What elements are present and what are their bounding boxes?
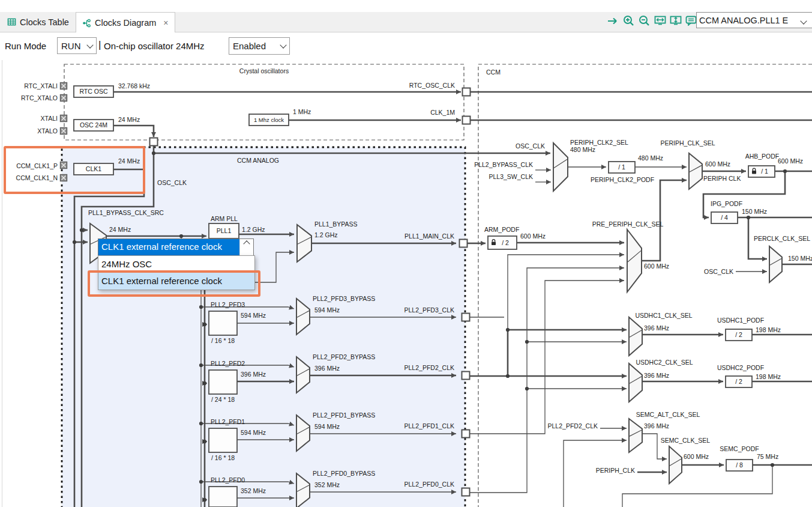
diagram-label: ARM_PODF <box>484 226 519 233</box>
arrowhead-icon <box>718 379 723 384</box>
clock-port[interactable] <box>462 314 470 321</box>
arrowhead-icon <box>601 165 606 169</box>
clock-port[interactable] <box>463 117 471 124</box>
arm-podf-value: / 2 <box>502 239 509 246</box>
diagram-label: 396 MHz <box>314 365 340 372</box>
ccm-region-title: CCM <box>486 68 501 76</box>
arrowhead-icon <box>456 90 461 94</box>
diagram-target-combo[interactable]: CCM ANALOG.PLL1 E <box>696 12 812 28</box>
clock-port[interactable] <box>462 488 470 496</box>
oscillator-label: On-chip oscillator 24MHz <box>104 41 205 51</box>
diagram-label: / 16 * 18 <box>211 454 235 461</box>
diagram-label: 1 MHz <box>293 108 311 115</box>
tab-clocks-table[interactable]: Clocks Table <box>1 12 75 32</box>
ccm-region <box>478 64 812 507</box>
diagram-label: 600 MHz <box>644 263 669 270</box>
junction-dot <box>783 169 787 173</box>
semc-podf-value: / 8 <box>736 461 743 469</box>
zoom-in-icon[interactable] <box>622 14 636 27</box>
diagram-label: PERIPH_CLK <box>596 467 635 474</box>
ahb-podf-value: / 1 <box>761 168 768 175</box>
arrowhead-icon <box>622 426 627 431</box>
pll2-pfd1-block[interactable] <box>209 428 237 452</box>
clock-port[interactable] <box>462 372 470 380</box>
pll2-pfd2-block[interactable] <box>209 370 237 394</box>
diagram-label: 480 MHz <box>570 146 595 153</box>
diagram-label: 396 MHz <box>644 372 669 379</box>
diagram-label: SEMC_ALT_CLK_SEL <box>636 411 700 418</box>
diagram-label: 594 MHz <box>241 429 266 436</box>
wire <box>113 126 154 137</box>
run-mode-combo[interactable]: RUN <box>57 37 97 54</box>
arrowhead-icon <box>619 266 624 270</box>
table-icon <box>7 17 16 26</box>
ccm-analog-region-title: CCM ANALOG <box>237 157 279 164</box>
diagram-label: USDHC1_PODF <box>717 317 764 324</box>
junction-dot <box>199 363 203 367</box>
usdhc1-podf-value: / 2 <box>735 331 742 338</box>
diagram-label: 150 MHz <box>742 208 767 215</box>
zoom-out-icon[interactable] <box>637 14 651 27</box>
clock-port[interactable] <box>150 138 158 146</box>
oscillator-combo[interactable]: Enabled <box>229 37 290 55</box>
arrowhead-icon <box>662 457 667 461</box>
pll2-pfd3-block[interactable] <box>209 311 237 335</box>
diagram-label: PERCLK_CLK_SEL <box>754 235 810 242</box>
pll1-bypass-clk-src-dropdown-list: 24MHz OSC CLK1 external reference clock <box>98 255 255 290</box>
pll2-pfd0-block[interactable] <box>209 487 237 507</box>
diagram-label: PLL2_PFD1_BYPASS <box>313 411 375 419</box>
diagram-label: PERIPH CLK <box>703 175 741 182</box>
crystal-oscillators-region-title: Crystal oscillators <box>239 67 289 74</box>
forward-arrow-icon[interactable] <box>606 14 620 27</box>
diagram-label: 594 MHz <box>314 423 340 430</box>
close-icon[interactable]: × <box>163 18 168 28</box>
clock-port[interactable] <box>463 88 471 96</box>
diagram-label: / 24 * 18 <box>211 396 235 403</box>
wire <box>470 268 624 493</box>
diagram-label: 600 MHz <box>684 453 709 460</box>
tab-clocks-diagram[interactable]: Clocks Diagram × <box>76 12 175 33</box>
chevron-up-icon[interactable] <box>239 239 253 255</box>
diagram-label: PRE_PERIPH_CLK_SEL <box>592 220 664 228</box>
fit-width-icon[interactable] <box>653 14 667 27</box>
junction-dot <box>203 440 206 443</box>
junction-dot <box>199 422 203 425</box>
chevron-down-icon <box>801 16 812 25</box>
junction-dot <box>199 305 203 309</box>
rtc-osc-block-label: RTC OSC <box>79 88 107 95</box>
diagram-icon <box>82 19 91 28</box>
arrowhead-icon <box>622 438 627 443</box>
arrowhead-icon <box>619 278 624 283</box>
diagram-label: PERIPH_CLK2_PODF <box>591 176 654 183</box>
arrowhead-icon <box>619 252 624 257</box>
diagram-label: PLL1_MAIN_CLK <box>404 232 454 240</box>
diagram-label: 1.2 GHz <box>314 231 338 238</box>
arrowhead-icon <box>622 374 627 378</box>
diagram-label: SEMC_PODF <box>720 445 759 452</box>
fit-height-icon[interactable] <box>669 14 682 27</box>
diagram-label: 600 MHz <box>520 232 546 240</box>
junction-dot <box>506 328 510 332</box>
dropdown-item-24mhz-osc[interactable]: 24MHz OSC <box>98 256 254 273</box>
diagram-label: 24 MHz <box>118 116 140 123</box>
junction-dot <box>152 151 155 155</box>
diagram-label: 150 MHz <box>788 255 812 262</box>
diagram-label: PLL2_PFD1 <box>211 418 245 425</box>
arrowhead-icon <box>718 332 723 337</box>
diagram-label: RTC_XTALI <box>24 82 58 90</box>
diagram-label: 396 MHz <box>644 422 669 430</box>
diagram-label: USDHC2_CLK_SEL <box>636 359 693 366</box>
pll1-bypass-clk-src-combo[interactable]: CLK1 external reference clock <box>98 238 254 256</box>
junction-dot <box>73 240 76 244</box>
junction-dot <box>80 228 83 232</box>
diagram-label: PLL2_PFD0_CLK <box>404 481 454 488</box>
diagram-label: PLL2_PFD2 <box>211 360 245 367</box>
osc-24m-block-label: OSC 24M <box>80 121 107 129</box>
diagram-label: SEMC_CLK_SEL <box>661 437 710 444</box>
clock-port[interactable] <box>460 240 468 247</box>
arrowhead-icon <box>682 178 687 183</box>
dropdown-item-clk1-external[interactable]: CLK1 external reference clock <box>98 273 254 290</box>
arrowhead-icon <box>456 118 461 123</box>
clock-port[interactable] <box>462 430 470 438</box>
diagram-label: PLL3_SW_CLK <box>489 173 533 180</box>
